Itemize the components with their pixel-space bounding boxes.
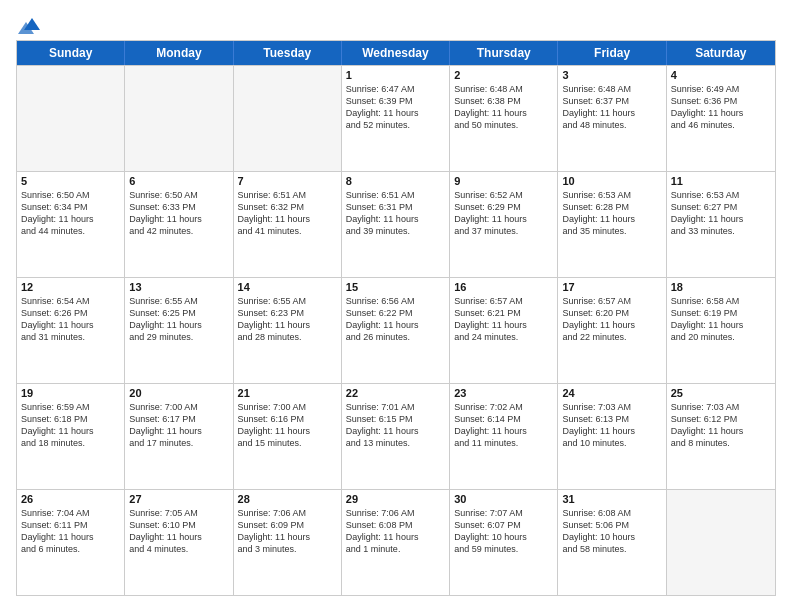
- day-number: 6: [129, 175, 228, 187]
- cell-info: Sunrise: 7:03 AM Sunset: 6:12 PM Dayligh…: [671, 401, 771, 450]
- calendar-header: SundayMondayTuesdayWednesdayThursdayFrid…: [17, 41, 775, 65]
- calendar-cell-3-0: 19Sunrise: 6:59 AM Sunset: 6:18 PM Dayli…: [17, 384, 125, 489]
- calendar-cell-0-1: [125, 66, 233, 171]
- cell-info: Sunrise: 6:47 AM Sunset: 6:39 PM Dayligh…: [346, 83, 445, 132]
- cell-info: Sunrise: 6:08 AM Sunset: 5:06 PM Dayligh…: [562, 507, 661, 556]
- cell-info: Sunrise: 6:53 AM Sunset: 6:28 PM Dayligh…: [562, 189, 661, 238]
- day-number: 7: [238, 175, 337, 187]
- calendar-cell-3-3: 22Sunrise: 7:01 AM Sunset: 6:15 PM Dayli…: [342, 384, 450, 489]
- day-number: 12: [21, 281, 120, 293]
- cell-info: Sunrise: 6:51 AM Sunset: 6:31 PM Dayligh…: [346, 189, 445, 238]
- cell-info: Sunrise: 6:50 AM Sunset: 6:33 PM Dayligh…: [129, 189, 228, 238]
- cell-info: Sunrise: 7:05 AM Sunset: 6:10 PM Dayligh…: [129, 507, 228, 556]
- calendar-cell-1-1: 6Sunrise: 6:50 AM Sunset: 6:33 PM Daylig…: [125, 172, 233, 277]
- cell-info: Sunrise: 6:56 AM Sunset: 6:22 PM Dayligh…: [346, 295, 445, 344]
- day-number: 10: [562, 175, 661, 187]
- calendar-cell-0-6: 4Sunrise: 6:49 AM Sunset: 6:36 PM Daylig…: [667, 66, 775, 171]
- day-number: 30: [454, 493, 553, 505]
- cell-info: Sunrise: 6:54 AM Sunset: 6:26 PM Dayligh…: [21, 295, 120, 344]
- day-number: 8: [346, 175, 445, 187]
- day-number: 13: [129, 281, 228, 293]
- calendar-cell-4-3: 29Sunrise: 7:06 AM Sunset: 6:08 PM Dayli…: [342, 490, 450, 595]
- calendar-cell-2-6: 18Sunrise: 6:58 AM Sunset: 6:19 PM Dayli…: [667, 278, 775, 383]
- calendar-cell-3-4: 23Sunrise: 7:02 AM Sunset: 6:14 PM Dayli…: [450, 384, 558, 489]
- day-number: 1: [346, 69, 445, 81]
- day-number: 4: [671, 69, 771, 81]
- calendar-cell-1-2: 7Sunrise: 6:51 AM Sunset: 6:32 PM Daylig…: [234, 172, 342, 277]
- day-number: 15: [346, 281, 445, 293]
- calendar-row-1: 5Sunrise: 6:50 AM Sunset: 6:34 PM Daylig…: [17, 171, 775, 277]
- weekday-header-thursday: Thursday: [450, 41, 558, 65]
- calendar-cell-2-4: 16Sunrise: 6:57 AM Sunset: 6:21 PM Dayli…: [450, 278, 558, 383]
- calendar-cell-0-0: [17, 66, 125, 171]
- calendar-row-3: 19Sunrise: 6:59 AM Sunset: 6:18 PM Dayli…: [17, 383, 775, 489]
- calendar-cell-1-6: 11Sunrise: 6:53 AM Sunset: 6:27 PM Dayli…: [667, 172, 775, 277]
- cell-info: Sunrise: 6:50 AM Sunset: 6:34 PM Dayligh…: [21, 189, 120, 238]
- cell-info: Sunrise: 7:00 AM Sunset: 6:16 PM Dayligh…: [238, 401, 337, 450]
- calendar-cell-2-3: 15Sunrise: 6:56 AM Sunset: 6:22 PM Dayli…: [342, 278, 450, 383]
- cell-info: Sunrise: 7:07 AM Sunset: 6:07 PM Dayligh…: [454, 507, 553, 556]
- cell-info: Sunrise: 7:02 AM Sunset: 6:14 PM Dayligh…: [454, 401, 553, 450]
- weekday-header-saturday: Saturday: [667, 41, 775, 65]
- calendar-cell-0-5: 3Sunrise: 6:48 AM Sunset: 6:37 PM Daylig…: [558, 66, 666, 171]
- calendar-cell-4-0: 26Sunrise: 7:04 AM Sunset: 6:11 PM Dayli…: [17, 490, 125, 595]
- day-number: 28: [238, 493, 337, 505]
- day-number: 5: [21, 175, 120, 187]
- calendar-cell-0-3: 1Sunrise: 6:47 AM Sunset: 6:39 PM Daylig…: [342, 66, 450, 171]
- cell-info: Sunrise: 7:06 AM Sunset: 6:08 PM Dayligh…: [346, 507, 445, 556]
- cell-info: Sunrise: 7:01 AM Sunset: 6:15 PM Dayligh…: [346, 401, 445, 450]
- calendar-cell-1-3: 8Sunrise: 6:51 AM Sunset: 6:31 PM Daylig…: [342, 172, 450, 277]
- cell-info: Sunrise: 7:00 AM Sunset: 6:17 PM Dayligh…: [129, 401, 228, 450]
- cell-info: Sunrise: 6:53 AM Sunset: 6:27 PM Dayligh…: [671, 189, 771, 238]
- calendar-cell-4-2: 28Sunrise: 7:06 AM Sunset: 6:09 PM Dayli…: [234, 490, 342, 595]
- calendar-cell-1-0: 5Sunrise: 6:50 AM Sunset: 6:34 PM Daylig…: [17, 172, 125, 277]
- calendar-cell-1-5: 10Sunrise: 6:53 AM Sunset: 6:28 PM Dayli…: [558, 172, 666, 277]
- calendar-cell-1-4: 9Sunrise: 6:52 AM Sunset: 6:29 PM Daylig…: [450, 172, 558, 277]
- weekday-header-monday: Monday: [125, 41, 233, 65]
- cell-info: Sunrise: 7:04 AM Sunset: 6:11 PM Dayligh…: [21, 507, 120, 556]
- day-number: 17: [562, 281, 661, 293]
- calendar-cell-3-5: 24Sunrise: 7:03 AM Sunset: 6:13 PM Dayli…: [558, 384, 666, 489]
- calendar-row-0: 1Sunrise: 6:47 AM Sunset: 6:39 PM Daylig…: [17, 65, 775, 171]
- calendar-cell-3-1: 20Sunrise: 7:00 AM Sunset: 6:17 PM Dayli…: [125, 384, 233, 489]
- cell-info: Sunrise: 6:57 AM Sunset: 6:20 PM Dayligh…: [562, 295, 661, 344]
- cell-info: Sunrise: 6:48 AM Sunset: 6:38 PM Dayligh…: [454, 83, 553, 132]
- calendar-body: 1Sunrise: 6:47 AM Sunset: 6:39 PM Daylig…: [17, 65, 775, 595]
- day-number: 23: [454, 387, 553, 399]
- day-number: 14: [238, 281, 337, 293]
- calendar-cell-4-6: [667, 490, 775, 595]
- cell-info: Sunrise: 6:57 AM Sunset: 6:21 PM Dayligh…: [454, 295, 553, 344]
- calendar-cell-2-5: 17Sunrise: 6:57 AM Sunset: 6:20 PM Dayli…: [558, 278, 666, 383]
- weekday-header-sunday: Sunday: [17, 41, 125, 65]
- cell-info: Sunrise: 6:48 AM Sunset: 6:37 PM Dayligh…: [562, 83, 661, 132]
- day-number: 26: [21, 493, 120, 505]
- header: [16, 16, 776, 30]
- cell-info: Sunrise: 6:52 AM Sunset: 6:29 PM Dayligh…: [454, 189, 553, 238]
- day-number: 3: [562, 69, 661, 81]
- day-number: 29: [346, 493, 445, 505]
- calendar-row-2: 12Sunrise: 6:54 AM Sunset: 6:26 PM Dayli…: [17, 277, 775, 383]
- page: SundayMondayTuesdayWednesdayThursdayFrid…: [0, 0, 792, 612]
- day-number: 22: [346, 387, 445, 399]
- day-number: 31: [562, 493, 661, 505]
- cell-info: Sunrise: 6:59 AM Sunset: 6:18 PM Dayligh…: [21, 401, 120, 450]
- day-number: 24: [562, 387, 661, 399]
- day-number: 11: [671, 175, 771, 187]
- logo: [16, 16, 40, 30]
- cell-info: Sunrise: 6:55 AM Sunset: 6:23 PM Dayligh…: [238, 295, 337, 344]
- cell-info: Sunrise: 6:55 AM Sunset: 6:25 PM Dayligh…: [129, 295, 228, 344]
- calendar-cell-4-1: 27Sunrise: 7:05 AM Sunset: 6:10 PM Dayli…: [125, 490, 233, 595]
- calendar-cell-2-2: 14Sunrise: 6:55 AM Sunset: 6:23 PM Dayli…: [234, 278, 342, 383]
- day-number: 27: [129, 493, 228, 505]
- cell-info: Sunrise: 6:51 AM Sunset: 6:32 PM Dayligh…: [238, 189, 337, 238]
- day-number: 18: [671, 281, 771, 293]
- weekday-header-tuesday: Tuesday: [234, 41, 342, 65]
- cell-info: Sunrise: 6:58 AM Sunset: 6:19 PM Dayligh…: [671, 295, 771, 344]
- cell-info: Sunrise: 6:49 AM Sunset: 6:36 PM Dayligh…: [671, 83, 771, 132]
- calendar-cell-0-4: 2Sunrise: 6:48 AM Sunset: 6:38 PM Daylig…: [450, 66, 558, 171]
- calendar-cell-4-5: 31Sunrise: 6:08 AM Sunset: 5:06 PM Dayli…: [558, 490, 666, 595]
- day-number: 25: [671, 387, 771, 399]
- weekday-header-wednesday: Wednesday: [342, 41, 450, 65]
- cell-info: Sunrise: 7:03 AM Sunset: 6:13 PM Dayligh…: [562, 401, 661, 450]
- cell-info: Sunrise: 7:06 AM Sunset: 6:09 PM Dayligh…: [238, 507, 337, 556]
